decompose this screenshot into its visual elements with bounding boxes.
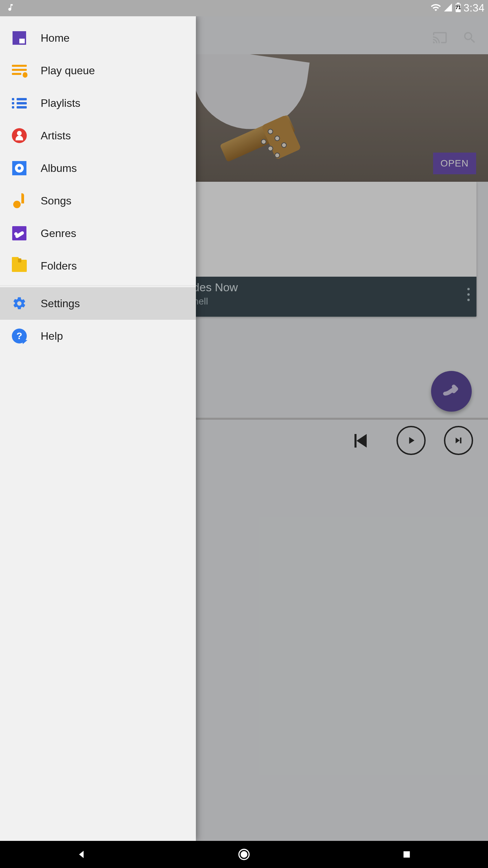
status-bar: 71 3:34 (0, 0, 278, 16)
drawer-item-playlists[interactable]: Playlists (0, 87, 196, 119)
drawer-item-label: Genres (41, 227, 76, 240)
drawer-item-home[interactable]: Home (0, 22, 196, 54)
navigation-drawer: Home Play queue Playlists Artists Albums… (0, 16, 196, 488)
artists-icon (12, 128, 27, 143)
drawer-item-label: Playlists (41, 97, 80, 110)
music-notification-icon (6, 3, 15, 13)
drawer-item-settings[interactable]: Settings (0, 287, 196, 320)
drawer-item-label: Folders (41, 260, 77, 272)
drawer-divider (0, 285, 196, 286)
home-icon (12, 30, 27, 46)
drawer-item-artists[interactable]: Artists (0, 119, 196, 152)
genres-icon (12, 225, 27, 241)
songs-icon (12, 193, 27, 209)
drawer-item-songs[interactable]: Songs (0, 184, 196, 217)
playlists-icon (12, 95, 27, 111)
albums-icon (12, 160, 27, 176)
drawer-item-genres[interactable]: Genres (0, 217, 196, 250)
drawer-item-label: Albums (41, 162, 77, 175)
drawer-item-help[interactable]: ? Help (0, 320, 196, 352)
drawer-item-label: Settings (41, 297, 80, 310)
help-icon: ? (12, 328, 27, 344)
settings-icon (12, 296, 27, 311)
drawer-item-folders[interactable]: Folders (0, 250, 196, 282)
drawer-item-albums[interactable]: Albums (0, 152, 196, 184)
drawer-item-label: Play queue (41, 64, 95, 77)
folders-icon (12, 258, 27, 274)
play-queue-icon (12, 63, 27, 78)
drawer-item-label: Artists (41, 130, 71, 142)
drawer-item-label: Home (41, 32, 69, 44)
drawer-item-label: Help (41, 330, 63, 342)
drawer-item-label: Songs (41, 195, 72, 207)
drawer-item-play-queue[interactable]: Play queue (0, 54, 196, 87)
